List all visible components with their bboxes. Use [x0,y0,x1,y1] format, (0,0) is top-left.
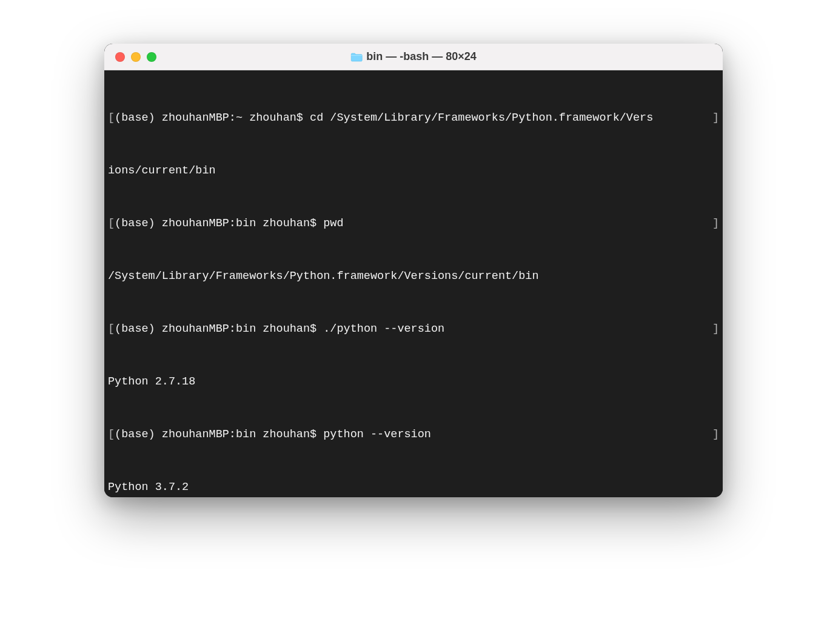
command-continuation: ions/current/bin [108,164,216,177]
title-bar[interactable]: bin — -bash — 80×24 [104,44,723,70]
output-text: Python 2.7.18 [108,375,195,388]
bracket-open: [ [108,217,115,230]
window-title: bin — -bash — 80×24 [350,50,477,63]
bracket-open: [ [108,428,115,441]
svg-rect-0 [351,55,362,56]
maximize-icon[interactable] [147,52,156,62]
bracket-close: ] [712,426,719,443]
prompt: (base) zhouhanMBP:~ zhouhan$ [115,112,310,124]
bracket-open: [ [108,323,115,335]
command-text: ./python --version [323,323,444,335]
command-text: pwd [323,217,343,230]
close-icon[interactable] [115,52,125,62]
bracket-open: [ [108,112,115,124]
bracket-close: ] [712,215,719,232]
command-text: cd /System/Library/Frameworks/Python.fra… [310,112,653,124]
output-text: /System/Library/Frameworks/Python.framew… [108,270,539,283]
folder-icon [350,52,363,62]
command-text: python --version [323,428,431,441]
prompt: (base) zhouhanMBP:bin zhouhan$ [115,428,323,441]
bracket-close: ] [712,320,719,338]
terminal-window: bin — -bash — 80×24 [(base) zhouhanMBP:~… [104,44,723,497]
output-text: Python 3.7.2 [108,481,189,494]
prompt: (base) zhouhanMBP:bin zhouhan$ [115,217,323,230]
bracket-close: ] [712,109,719,127]
window-title-text: bin — -bash — 80×24 [366,50,477,63]
prompt: (base) zhouhanMBP:bin zhouhan$ [115,323,323,335]
minimize-icon[interactable] [131,52,141,62]
terminal-body[interactable]: [(base) zhouhanMBP:~ zhouhan$ cd /System… [104,70,723,497]
traffic-lights [115,52,156,62]
